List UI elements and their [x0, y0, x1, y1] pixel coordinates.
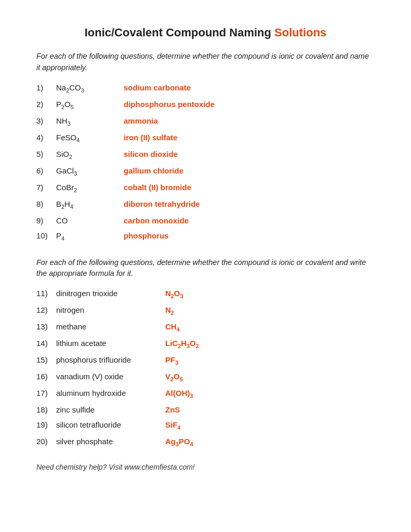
question-number: 12) [36, 305, 56, 314]
question-formula: GaCl3 [56, 166, 124, 177]
table-row: 15) phosphorus trifluoride PF3 [36, 355, 375, 366]
question-answer: N2 [165, 305, 174, 316]
part1-list: 1) Na2CO3 sodium carbonate 2) P2O5 dipho… [36, 83, 375, 242]
question-number: 19) [36, 420, 56, 429]
question-name: nitrogen [56, 305, 165, 314]
question-formula: FeSO4 [56, 133, 124, 143]
question-answer: ammonia [124, 116, 158, 125]
question-formula: B2H4 [56, 200, 124, 210]
question-number: 7) [36, 183, 56, 192]
question-formula: P2O5 [56, 100, 124, 110]
question-name: silicon tetrafluoride [56, 420, 165, 429]
question-number: 14) [36, 339, 56, 348]
table-row: 12) nitrogen N2 [36, 305, 375, 316]
question-number: 2) [36, 100, 56, 109]
title-main: Ionic/Covalent Compound Naming [85, 26, 274, 39]
question-answer: Ag3PO4 [165, 437, 193, 447]
question-number: 16) [36, 372, 56, 381]
question-formula: SiO2 [56, 150, 124, 160]
question-number: 11) [36, 289, 56, 298]
part2-list: 11) dinitrogen trioxide N2O3 12) nitroge… [36, 289, 375, 447]
table-row: 4) FeSO4 iron (II) sulfate [36, 133, 375, 143]
table-row: 3) NH3 ammonia [36, 116, 375, 127]
question-number: 6) [36, 166, 56, 175]
footer-text: Need chemistry help? Visit www.chemfiest… [36, 463, 375, 471]
table-row: 11) dinitrogen trioxide N2O3 [36, 289, 375, 299]
question-answer: sodium carbonate [124, 83, 191, 92]
question-answer: iron (II) sulfate [124, 133, 177, 142]
question-name: vanadium (V) oxide [56, 372, 165, 381]
question-answer: ZnS [165, 405, 180, 414]
question-answer: N2O3 [165, 289, 183, 299]
table-row: 9) CO carbon monoxide [36, 216, 375, 225]
question-answer: LiC2H3O2 [165, 339, 199, 349]
question-number: 1) [36, 83, 56, 92]
question-answer: SiF4 [165, 420, 180, 431]
question-answer: diboron tetrahydride [124, 200, 200, 208]
instructions-part2: For each of the following questions, det… [36, 257, 375, 280]
question-answer: silicon dioxide [124, 150, 178, 158]
question-answer: cobalt (II) bromide [124, 183, 191, 192]
question-number: 4) [36, 133, 56, 142]
table-row: 8) B2H4 diboron tetrahydride [36, 200, 375, 210]
table-row: 7) CoBr2 cobalt (II) bromide [36, 183, 375, 193]
question-name: phosphorus trifluoride [56, 355, 165, 364]
question-formula: CO [56, 216, 124, 225]
question-formula: NH3 [56, 116, 124, 127]
question-name: dinitrogen trioxide [56, 289, 165, 298]
question-number: 17) [36, 389, 56, 397]
question-number: 18) [36, 405, 56, 414]
question-name: zinc sulfide [56, 405, 165, 414]
table-row: 1) Na2CO3 sodium carbonate [36, 83, 375, 94]
question-answer: phosphorus [124, 231, 169, 240]
question-answer: CH4 [165, 322, 180, 332]
question-number: 8) [36, 200, 56, 208]
question-number: 10) [36, 231, 56, 240]
question-answer: carbon monoxide [124, 216, 189, 225]
question-answer: gallium chloride [124, 166, 183, 175]
question-number: 20) [36, 437, 56, 446]
question-answer: diphosphorus pentoxide [124, 100, 215, 109]
page-title: Ionic/Covalent Compound Naming Solutions [36, 26, 375, 39]
table-row: 2) P2O5 diphosphorus pentoxide [36, 100, 375, 110]
table-row: 5) SiO2 silicon dioxide [36, 150, 375, 160]
question-name: lithium acetate [56, 339, 165, 348]
question-formula: CoBr2 [56, 183, 124, 193]
table-row: 6) GaCl3 gallium chloride [36, 166, 375, 177]
question-formula: Na2CO3 [56, 83, 124, 94]
table-row: 19) silicon tetrafluoride SiF4 [36, 420, 375, 431]
question-number: 5) [36, 150, 56, 158]
table-row: 17) aluminum hydroxide Al(OH)3 [36, 389, 375, 399]
question-number: 15) [36, 355, 56, 364]
table-row: 14) lithium acetate LiC2H3O2 [36, 339, 375, 349]
title-highlight: Solutions [274, 26, 326, 39]
instructions-part1: For each of the following questions, det… [36, 51, 375, 74]
table-row: 20) silver phosphate Ag3PO4 [36, 437, 375, 447]
question-answer: V2O5 [165, 372, 183, 382]
table-row: 10) P4 phosphorus [36, 231, 375, 242]
question-number: 9) [36, 216, 56, 225]
question-name: aluminum hydroxide [56, 389, 165, 397]
question-number: 13) [36, 322, 56, 331]
question-name: methane [56, 322, 165, 331]
table-row: 18) zinc sulfide ZnS [36, 405, 375, 414]
question-name: silver phosphate [56, 437, 165, 446]
question-formula: P4 [56, 231, 124, 242]
table-row: 16) vanadium (V) oxide V2O5 [36, 372, 375, 382]
question-number: 3) [36, 116, 56, 125]
table-row: 13) methane CH4 [36, 322, 375, 332]
question-answer: PF3 [165, 355, 178, 366]
question-answer: Al(OH)3 [165, 389, 193, 399]
